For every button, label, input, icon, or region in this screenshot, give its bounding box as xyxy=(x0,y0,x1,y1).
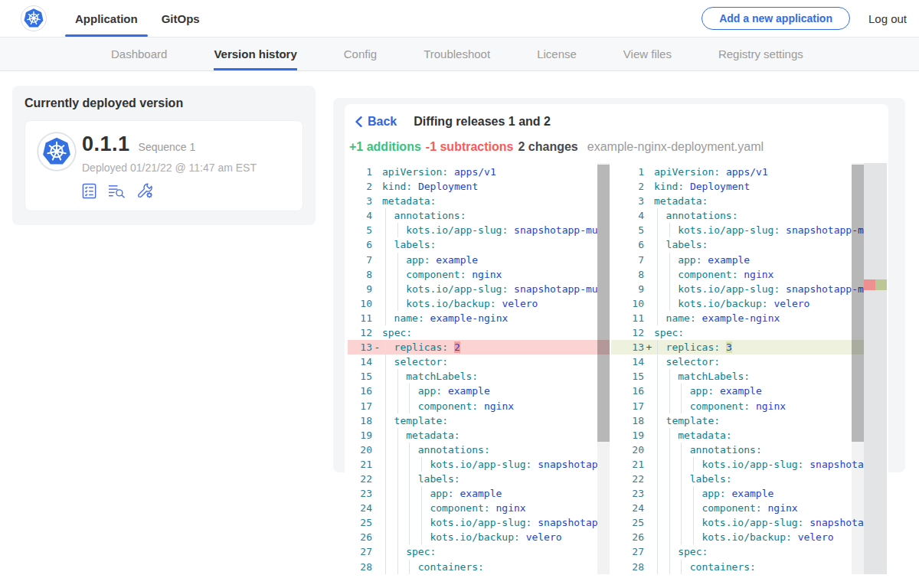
subnav-item-dashboard[interactable]: Dashboard xyxy=(111,38,167,70)
subnav-item-troubleshoot[interactable]: Troubleshoot xyxy=(424,38,490,70)
subnav-item-view-files[interactable]: View files xyxy=(623,38,672,70)
overview-added-marker xyxy=(875,279,887,290)
diff-line: 15matchLabels: xyxy=(348,369,610,384)
diff-line: 2kind: Deployment xyxy=(348,179,610,194)
scrollbar-thumb-right[interactable] xyxy=(852,165,864,442)
diff-line: 14selector: xyxy=(348,354,610,369)
add-new-application-button[interactable]: Add a new application xyxy=(702,7,850,30)
diff-line: 3metadata: xyxy=(611,194,864,208)
app-subnav: Dashboard Version history Config Trouble… xyxy=(0,37,919,71)
diff-line: 26kots.io/backup: velero xyxy=(348,530,610,544)
release-notes-checklist-icon[interactable] xyxy=(82,183,98,199)
diff-line: 19metadata: xyxy=(611,428,864,443)
chevron-left-icon xyxy=(355,116,362,127)
subnav-item-license[interactable]: License xyxy=(537,38,577,70)
diff-line: 18template: xyxy=(611,413,864,428)
diff-line: 22labels: xyxy=(611,472,864,486)
diff-line: 27spec: xyxy=(348,544,610,559)
kubernetes-logo-icon xyxy=(21,5,47,31)
diff-line: 27spec: xyxy=(611,544,864,559)
diff-line: 26kots.io/backup: velero xyxy=(611,530,864,544)
diff-panel-new: 1apiVersion: apps/v12kind: Deployment3me… xyxy=(611,163,864,574)
diff-line: 22labels: xyxy=(348,472,610,486)
scrollbar-track-right[interactable] xyxy=(852,163,864,574)
diff-line: 24component: nginx xyxy=(348,501,610,515)
diff-line: 24component: nginx xyxy=(611,501,864,515)
deployed-timestamp: Deployed 01/21/22 @ 11:47 am EST xyxy=(82,162,257,174)
diff-line: 5kots.io/app-slug: snapshotapp-mu xyxy=(611,223,864,237)
diff-line: 20annotations: xyxy=(348,443,610,457)
diff-line: 6labels: xyxy=(611,237,864,252)
diff-line: 8component: nginx xyxy=(348,267,610,282)
edit-config-icon[interactable] xyxy=(136,182,154,199)
diff-line: 7app: example xyxy=(348,253,610,267)
top-header: Application GitOps Add a new application… xyxy=(0,0,919,37)
diff-line: 7app: example xyxy=(611,253,864,267)
diff-line: 2kind: Deployment xyxy=(611,179,864,194)
diff-line: 3metadata: xyxy=(348,194,610,208)
diff-line: 13-replicas: 2 xyxy=(348,340,610,354)
diff-line: 16app: example xyxy=(348,384,610,398)
tab-gitops[interactable]: GitOps xyxy=(152,0,210,37)
deployed-version-row: 0.1.1 Sequence 1 Deployed 01/21/22 @ 11:… xyxy=(25,120,303,211)
diff-overview-ruler[interactable] xyxy=(864,163,887,574)
diff-line: 14selector: xyxy=(611,354,864,369)
diff-line: 23app: example xyxy=(611,486,864,501)
scrollbar-thumb-left[interactable] xyxy=(597,165,610,442)
diff-line: 1apiVersion: apps/v1 xyxy=(611,165,864,179)
diff-line: 6labels: xyxy=(348,237,610,252)
diff-line: 16app: example xyxy=(611,384,864,398)
diff-line: 5kots.io/app-slug: snapshotapp-mu xyxy=(348,223,610,237)
deploy-logs-icon[interactable] xyxy=(108,183,126,199)
diff-line: 8component: nginx xyxy=(611,267,864,282)
back-link[interactable]: Back xyxy=(355,115,397,129)
diff-panels: 1apiVersion: apps/v12kind: Deployment3me… xyxy=(348,163,885,574)
main-content: Currently deployed version xyxy=(0,71,919,472)
diff-line: 19metadata: xyxy=(348,428,610,443)
diff-line: 9kots.io/app-slug: snapshotapp-mu xyxy=(348,282,610,296)
version-number: 0.1.1 xyxy=(82,132,130,156)
diff-line: 17component: nginx xyxy=(348,399,610,413)
diff-line: 18template: xyxy=(348,413,610,428)
deployed-card-title: Currently deployed version xyxy=(25,96,303,110)
diff-line: 12spec: xyxy=(611,325,864,340)
diff-line: 21kots.io/app-slug: snapshotap xyxy=(348,457,610,472)
primary-tabs: Application GitOps xyxy=(65,0,214,37)
diff-line: 17component: nginx xyxy=(611,399,864,413)
diff-line: 13+replicas: 3 xyxy=(611,340,864,354)
diff-line: 23app: example xyxy=(348,486,610,501)
diff-line: 1apiVersion: apps/v1 xyxy=(348,165,610,179)
diff-panel-old: 1apiVersion: apps/v12kind: Deployment3me… xyxy=(348,163,610,574)
diff-line: 28containers: xyxy=(348,560,610,574)
tab-application[interactable]: Application xyxy=(65,0,148,37)
diff-line: 15matchLabels: xyxy=(611,369,864,384)
currently-deployed-card: Currently deployed version xyxy=(12,86,316,225)
diff-line: 21kots.io/app-slug: snapshotap xyxy=(611,457,864,472)
diff-line: 25kots.io/app-slug: snapshotap xyxy=(348,515,610,530)
diff-line: 11name: example-nginx xyxy=(611,311,864,325)
diff-line: 12spec: xyxy=(348,325,610,340)
scrollbar-track-left[interactable] xyxy=(597,163,610,574)
sequence-label: Sequence 1 xyxy=(139,141,196,153)
diff-line: 28containers: xyxy=(611,560,864,574)
logout-link[interactable]: Log out xyxy=(868,12,907,25)
additions-count: +1 additions xyxy=(349,140,421,154)
subnav-item-config[interactable]: Config xyxy=(344,38,377,70)
diff-line: 4annotations: xyxy=(348,208,610,223)
diff-line: 9kots.io/app-slug: snapshotapp-mu xyxy=(611,282,864,296)
diff-line: 20annotations: xyxy=(611,443,864,457)
kubernetes-app-icon xyxy=(38,132,76,171)
subnav-item-version-history[interactable]: Version history xyxy=(214,38,296,70)
changes-count: 2 changes xyxy=(518,140,577,154)
subnav-item-registry-settings[interactable]: Registry settings xyxy=(718,38,803,70)
diff-title: Diffing releases 1 and 2 xyxy=(414,115,551,129)
diff-line: 4annotations: xyxy=(611,208,864,223)
overview-removed-marker xyxy=(864,279,875,290)
diff-filename: example-nginx-deployment.yaml xyxy=(587,140,764,154)
diff-line: 11name: example-nginx xyxy=(348,311,610,325)
subtractions-count: -1 subtractions xyxy=(426,140,514,154)
diff-line: 10kots.io/backup: velero xyxy=(348,296,610,311)
diff-line: 25kots.io/app-slug: snapshotap xyxy=(611,515,864,530)
diff-line: 10kots.io/backup: velero xyxy=(611,296,864,311)
diff-card: Back Diffing releases 1 and 2 +1 additio… xyxy=(333,98,905,472)
